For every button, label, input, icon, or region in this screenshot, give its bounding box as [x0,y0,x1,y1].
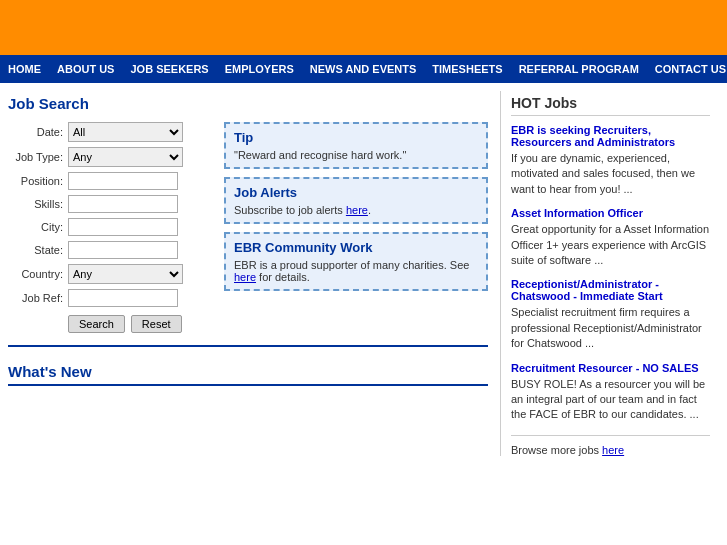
skills-input[interactable] [68,195,178,213]
date-label: Date: [8,126,68,138]
whats-new-title: What's New [8,363,488,386]
nav-item-contact[interactable]: CONTACT US [655,63,726,75]
main-content: Job Search Date: All Job Type: Any [0,83,727,464]
position-input[interactable] [68,172,178,190]
right-panel: HOT Jobs EBR is seeking Recruiters, Reso… [500,91,710,456]
ebr-text: EBR is a proud supporter of many chariti… [234,259,478,283]
search-button[interactable]: Search [68,315,125,333]
ebr-link[interactable]: here [234,271,256,283]
hot-job-link-3[interactable]: Recruitment Resourcer - NO SALES [511,362,710,374]
nav-item-news-events[interactable]: NEWS AND EVENTS [310,63,417,75]
jobtype-select[interactable]: Any [68,147,183,167]
skills-row: Skills: [8,195,208,213]
nav-item-referral[interactable]: REFERRAL PROGRAM [519,63,639,75]
jobref-row: Job Ref: [8,289,208,307]
jobtype-label: Job Type: [8,151,68,163]
skills-label: Skills: [8,198,68,210]
browse-more-link[interactable]: here [602,444,624,456]
hot-jobs-list: EBR is seeking Recruiters, Resourcers an… [511,124,710,423]
nav-item-job-seekers[interactable]: JOB SEEKERS [130,63,208,75]
position-label: Position: [8,175,68,187]
ebr-desc: EBR is a proud supporter of many chariti… [234,259,469,271]
tip-title: Tip [234,130,478,145]
job-alerts-period: . [368,204,371,216]
job-search-form: Date: All Job Type: Any Position: [8,122,208,333]
info-panels: Tip "Reward and recognise hard work." Jo… [224,122,488,333]
hot-job-item-3: Recruitment Resourcer - NO SALESBUSY ROL… [511,362,710,423]
job-alerts-text: Subscribe to job alerts here. [234,204,478,216]
hot-job-desc-2: Specialist recruitment firm requires a p… [511,305,710,351]
date-select[interactable]: All [68,122,183,142]
hot-job-link-1[interactable]: Asset Information Officer [511,207,710,219]
reset-button[interactable]: Reset [131,315,182,333]
state-label: State: [8,244,68,256]
city-label: City: [8,221,68,233]
hot-job-link-0[interactable]: EBR is seeking Recruiters, Resourcers an… [511,124,710,148]
jobtype-row: Job Type: Any [8,147,208,167]
ebr-title: EBR Community Work [234,240,478,255]
nav-item-home[interactable]: HOME [8,63,41,75]
state-input[interactable] [68,241,178,259]
browse-more: Browse more jobs here [511,435,710,456]
hot-job-item-1: Asset Information OfficerGreat opportuni… [511,207,710,268]
hot-job-item-0: EBR is seeking Recruiters, Resourcers an… [511,124,710,197]
hot-jobs-title: HOT Jobs [511,91,710,116]
nav-item-about-us[interactable]: ABOUT US [57,63,114,75]
job-search-title: Job Search [8,91,488,112]
tip-box: Tip "Reward and recognise hard work." [224,122,488,169]
job-alerts-box: Job Alerts Subscribe to job alerts here. [224,177,488,224]
hot-job-desc-1: Great opportunity for a Asset Informatio… [511,222,710,268]
nav-item-employers[interactable]: EMPLOYERS [225,63,294,75]
job-alerts-desc: Subscribe to job alerts [234,204,346,216]
date-row: Date: All [8,122,208,142]
job-search-section: Job Search Date: All Job Type: Any [8,91,488,347]
left-panel: Job Search Date: All Job Type: Any [8,91,488,456]
hot-job-link-2[interactable]: Receptionist/Administrator - Chatswood -… [511,278,710,302]
ebr-text2: for details. [256,271,310,283]
city-input[interactable] [68,218,178,236]
city-row: City: [8,218,208,236]
hot-job-desc-0: If you are dynamic, experienced, motivat… [511,151,710,197]
whats-new-section: What's New [8,359,488,386]
jobref-input[interactable] [68,289,178,307]
country-row: Country: Any [8,264,208,284]
jobref-label: Job Ref: [8,292,68,304]
country-label: Country: [8,268,68,280]
form-buttons: Search Reset [68,315,208,333]
nav-item-timesheets[interactable]: TIMESHEETS [432,63,502,75]
country-select[interactable]: Any [68,264,183,284]
browse-more-text: Browse more jobs [511,444,602,456]
job-alerts-title: Job Alerts [234,185,478,200]
job-search-inner: Date: All Job Type: Any Position: [8,122,488,333]
tip-text: "Reward and recognise hard work." [234,149,478,161]
header-banner [0,0,727,55]
position-row: Position: [8,172,208,190]
hot-job-item-2: Receptionist/Administrator - Chatswood -… [511,278,710,351]
job-alerts-link[interactable]: here [346,204,368,216]
state-row: State: [8,241,208,259]
hot-job-desc-3: BUSY ROLE! As a resourcer you will be an… [511,377,710,423]
nav-bar: HOMEABOUT USJOB SEEKERSEMPLOYERSNEWS AND… [0,55,727,83]
ebr-community-box: EBR Community Work EBR is a proud suppor… [224,232,488,291]
